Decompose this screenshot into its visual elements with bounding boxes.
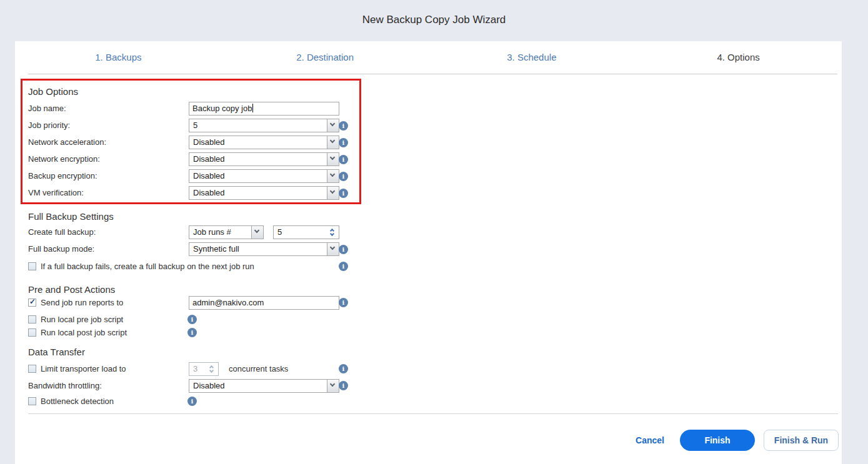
info-icon[interactable]	[339, 155, 348, 164]
finish-button[interactable]: Finish	[680, 430, 755, 451]
wizard-steps: 1. Backups 2. Destination 3. Schedule 4.…	[15, 41, 842, 74]
info-icon[interactable]	[339, 364, 348, 373]
section-full-backup-settings: Full Backup Settings	[28, 211, 114, 222]
tab-options[interactable]: 4. Options	[635, 41, 842, 74]
tab-schedule[interactable]: 3. Schedule	[429, 41, 636, 74]
limit-load-stepper: 3	[189, 362, 219, 376]
info-icon[interactable]	[339, 172, 348, 181]
job-name-input[interactable]: Backup copy job	[189, 102, 339, 116]
full-backup-mode-label: Full backup mode:	[28, 242, 94, 256]
limit-load-label: Limit transporter load to	[41, 362, 126, 376]
chevron-down-icon	[251, 226, 263, 239]
bottleneck-checkbox[interactable]	[28, 397, 36, 405]
chevron-down-icon	[327, 243, 339, 255]
wizard-panel: 1. Backups 2. Destination 3. Schedule 4.…	[15, 41, 842, 464]
send-reports-label: Send job run reports to	[41, 296, 123, 310]
stepper-arrows-icon	[209, 363, 216, 375]
create-full-backup-mode-select[interactable]: Job runs #	[189, 225, 264, 239]
job-priority-label: Job priority:	[28, 119, 70, 132]
vm-verification-select[interactable]: Disabled	[189, 186, 339, 200]
chevron-down-icon	[327, 170, 339, 182]
network-acceleration-select[interactable]: Disabled	[189, 136, 339, 149]
post-script-label: Run local post job script	[41, 326, 127, 340]
page-title: New Backup Copy Job Wizard	[0, 14, 868, 26]
full-backup-count-stepper[interactable]: 5	[273, 225, 339, 239]
pre-script-checkbox[interactable]	[28, 315, 36, 323]
chevron-down-icon	[327, 153, 339, 165]
vm-verification-label: VM verification:	[28, 186, 84, 200]
info-icon[interactable]	[339, 189, 348, 198]
pre-script-label: Run local pre job script	[41, 313, 123, 327]
info-icon[interactable]	[187, 315, 197, 324]
bandwidth-label: Bandwidth throttling:	[28, 379, 102, 393]
chevron-down-icon	[327, 187, 339, 199]
report-email-text: admin@nakivo.com	[192, 298, 264, 307]
footer-divider	[28, 413, 838, 414]
limit-load-checkbox[interactable]	[28, 365, 36, 373]
post-script-checkbox[interactable]	[28, 328, 36, 337]
info-icon[interactable]	[187, 328, 197, 337]
cancel-button[interactable]: Cancel	[630, 430, 670, 451]
tabs-divider	[28, 74, 837, 74]
backup-encryption-select[interactable]: Disabled	[189, 169, 339, 183]
report-email-input[interactable]: admin@nakivo.com	[189, 296, 339, 310]
info-icon[interactable]	[339, 245, 348, 254]
finish-and-run-button[interactable]: Finish & Run	[764, 430, 839, 451]
full-backup-mode-select[interactable]: Synthetic full	[189, 242, 339, 256]
info-icon[interactable]	[339, 138, 348, 147]
section-pre-post-actions: Pre and Post Actions	[28, 284, 115, 295]
info-icon[interactable]	[339, 298, 348, 307]
info-icon[interactable]	[339, 381, 348, 390]
chevron-down-icon	[327, 380, 339, 392]
section-job-options: Job Options	[28, 86, 78, 97]
create-full-backup-label: Create full backup:	[28, 225, 96, 239]
section-data-transfer: Data Transfer	[28, 347, 85, 357]
stepper-arrows-icon[interactable]	[329, 226, 337, 239]
tab-destination[interactable]: 2. Destination	[222, 41, 429, 74]
chevron-down-icon	[327, 119, 339, 132]
info-icon[interactable]	[339, 262, 348, 271]
bandwidth-select[interactable]: Disabled	[189, 379, 339, 393]
job-priority-select[interactable]: 5	[189, 119, 339, 132]
limit-load-suffix: concurrent tasks	[229, 362, 288, 376]
network-acceleration-label: Network acceleration:	[28, 136, 106, 149]
fail-retry-checkbox[interactable]	[28, 262, 36, 270]
job-name-label: Job name:	[28, 102, 66, 116]
info-icon[interactable]	[339, 121, 348, 131]
send-reports-checkbox[interactable]	[28, 299, 36, 307]
tab-backups[interactable]: 1. Backups	[15, 41, 222, 74]
network-encryption-label: Network encryption:	[28, 152, 100, 166]
job-name-text: Backup copy job	[192, 104, 252, 113]
chevron-down-icon	[327, 136, 339, 149]
backup-encryption-label: Backup encryption:	[28, 169, 97, 183]
fail-retry-label: If a full backup fails, create a full ba…	[41, 260, 254, 274]
network-encryption-select[interactable]: Disabled	[189, 152, 339, 166]
info-icon[interactable]	[187, 397, 197, 406]
bottleneck-label: Bottleneck detection	[41, 395, 114, 408]
text-caret	[252, 104, 253, 112]
